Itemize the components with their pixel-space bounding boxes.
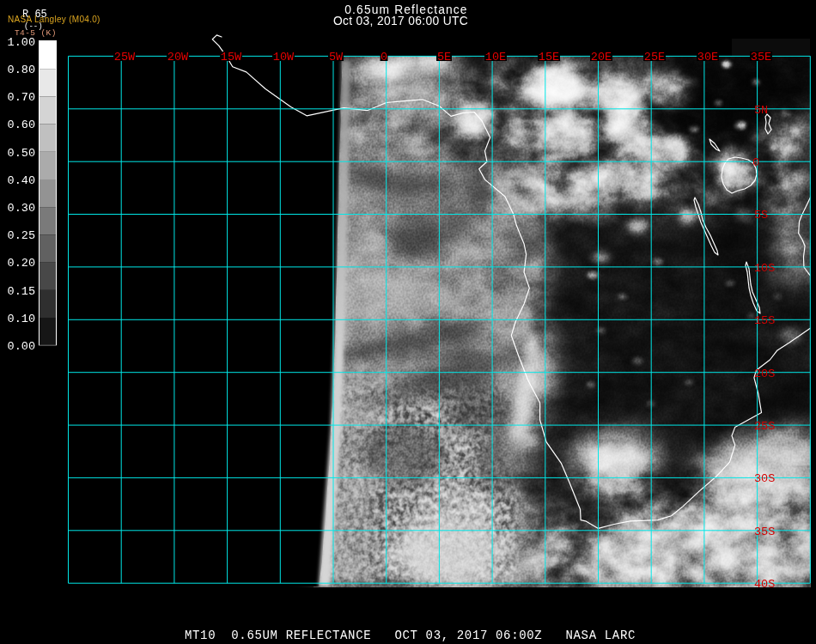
svg-text:0.15: 0.15: [8, 285, 35, 298]
svg-text:15S: 15S: [754, 314, 775, 327]
svg-text:5W: 5W: [329, 51, 344, 64]
svg-text:20E: 20E: [591, 51, 612, 64]
svg-text:T4-5 (K): T4-5 (K): [15, 28, 57, 38]
svg-text:30S: 30S: [754, 472, 775, 485]
svg-text:25S: 25S: [754, 420, 775, 433]
svg-text:15E: 15E: [539, 51, 559, 64]
svg-text:0.10: 0.10: [8, 313, 35, 325]
svg-text:0.60: 0.60: [8, 118, 35, 131]
svg-text:35E: 35E: [751, 51, 771, 64]
svg-text:Oct 03, 2017 06:00 UTC: Oct 03, 2017 06:00 UTC: [333, 15, 468, 27]
svg-text:0.00: 0.00: [8, 340, 35, 353]
svg-text:35S: 35S: [754, 526, 775, 538]
svg-text:0.30: 0.30: [8, 202, 35, 215]
svg-text:30E: 30E: [697, 51, 718, 64]
svg-text:0.70: 0.70: [8, 91, 35, 104]
svg-text:25W: 25W: [114, 51, 136, 64]
svg-text:0.40: 0.40: [8, 174, 35, 187]
svg-text:1.00: 1.00: [8, 36, 35, 49]
svg-text:20S: 20S: [754, 368, 775, 380]
svg-text:10S: 10S: [754, 262, 775, 275]
svg-text:5E: 5E: [437, 51, 451, 64]
svg-text:10E: 10E: [485, 51, 506, 64]
svg-text:0: 0: [752, 156, 759, 169]
svg-text:0.20: 0.20: [8, 257, 35, 270]
svg-text:15W: 15W: [221, 51, 242, 64]
svg-text:0: 0: [381, 51, 387, 64]
svg-text:25E: 25E: [644, 51, 665, 64]
svg-text:10W: 10W: [273, 51, 295, 64]
svg-text:5N: 5N: [754, 104, 768, 117]
svg-text:20W: 20W: [167, 51, 189, 64]
svg-text:0.80: 0.80: [8, 64, 35, 76]
svg-text:40S: 40S: [754, 578, 775, 591]
svg-text:5S: 5S: [754, 209, 768, 222]
svg-text:0.50: 0.50: [8, 147, 35, 160]
svg-text:MT10 0.65UM REFLECTANCE OCT: MT10 0.65UM REFLECTANCE OCT 03, 2017 06:…: [185, 629, 636, 642]
svg-text:0.25: 0.25: [8, 229, 35, 242]
svg-text:NASA Langley (M04.0): NASA Langley (M04.0): [8, 15, 100, 24]
